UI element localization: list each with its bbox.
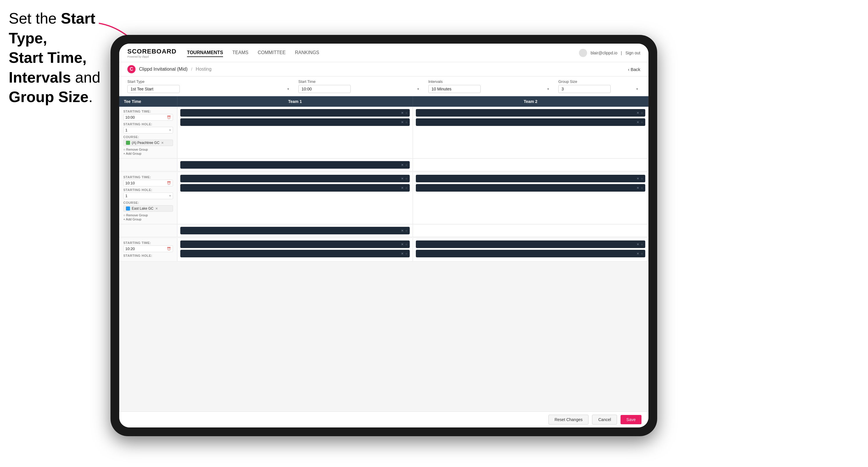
starting-hole-value-1: 1 ▾ — [123, 127, 173, 133]
start-time-label: Start Time — [298, 80, 421, 84]
slot-edit-extra-1[interactable]: ✕ — [401, 163, 404, 167]
hole-stepper-1[interactable]: ▾ — [169, 128, 171, 132]
th-team2: Team 2 — [413, 96, 648, 107]
course-remove-2[interactable]: ✕ — [155, 207, 158, 211]
cancel-button[interactable]: Cancel — [592, 415, 617, 425]
table-body: STARTING TIME: 10:00 ⏰ STARTING HOLE: 1 … — [119, 107, 648, 411]
player-slot-extra-1: ✕ ○ — [180, 161, 410, 169]
start-time-select[interactable]: 10:00 — [298, 85, 351, 93]
course-remove-1[interactable]: ✕ — [161, 141, 164, 145]
th-team1: Team 1 — [177, 96, 413, 107]
sign-out-link[interactable]: Sign out — [625, 51, 640, 55]
slot-actions-6-2: ✕ ○ — [637, 252, 643, 256]
group-size-wrapper: 3 — [558, 85, 640, 93]
starting-hole-value-2: 1 ▾ — [123, 192, 173, 199]
remove-group-1[interactable]: ○ Remove Group — [123, 148, 173, 151]
left-panel-extra-2 — [119, 224, 177, 237]
group-size-group: Group Size 3 — [558, 80, 640, 93]
slot-info-6-1[interactable]: ○ — [641, 243, 643, 246]
slot-info-4-1[interactable]: ○ — [641, 177, 643, 181]
team1-extra-1: ✕ ○ — [177, 159, 413, 171]
slot-actions-2-1: ✕ ○ — [637, 111, 643, 115]
slot-actions-extra-1: ✕ ○ — [401, 163, 407, 167]
slot-edit-5-2[interactable]: ✕ — [401, 252, 404, 256]
start-type-select[interactable]: 1st Tee Start — [127, 85, 180, 93]
time-stepper-2[interactable]: ⏰ — [167, 181, 171, 185]
slot-info-4-2[interactable]: ○ — [641, 186, 643, 190]
start-type-group: Start Type 1st Tee Start — [127, 80, 291, 93]
nav-link-rankings[interactable]: RANKINGS — [295, 49, 319, 57]
player-slot-4-2: ✕ ○ — [416, 184, 645, 192]
settings-row: Start Type 1st Tee Start Start Time 10:0… — [119, 76, 648, 96]
intervals-label: Intervals — [428, 80, 551, 84]
slot-edit-1-1[interactable]: ✕ — [401, 111, 404, 115]
slot-edit-6-1[interactable]: ✕ — [637, 243, 639, 246]
player-slot-5-2: ✕ ○ — [180, 250, 410, 257]
slot-info-2-2[interactable]: ○ — [641, 120, 643, 124]
slot-edit-4-2[interactable]: ✕ — [637, 186, 639, 190]
table-header: Tee Time Team 1 Team 2 — [119, 96, 648, 107]
team1-cell-1: ✕ ○ ✕ ○ — [177, 107, 413, 158]
slot-info-extra-1[interactable]: ○ — [405, 163, 407, 167]
slot-info-6-2[interactable]: ○ — [641, 252, 643, 256]
slot-info-5-1[interactable]: ○ — [405, 243, 407, 246]
save-button[interactable]: Save — [621, 415, 642, 424]
group-section-3: STARTING TIME: 10:20 ⏰ STARTING HOLE: ✕ — [119, 238, 648, 261]
nav-link-tournaments[interactable]: TOURNAMENTS — [187, 49, 223, 57]
slot-actions-extra-2: ✕ ○ — [401, 229, 407, 232]
starting-time-label-1: STARTING TIME: — [123, 110, 173, 113]
slot-info-2-1[interactable]: ○ — [641, 111, 643, 115]
instruction-line2: Start Time, — [9, 49, 87, 66]
slot-edit-6-2[interactable]: ✕ — [637, 252, 639, 256]
starting-time-value-3: 10:20 ⏰ — [123, 245, 173, 252]
starting-hole-label-1: STARTING HOLE: — [123, 122, 173, 126]
slot-info-1-1[interactable]: ○ — [405, 111, 407, 115]
slot-info-5-2[interactable]: ○ — [405, 252, 407, 256]
logo-text: SCOREBOARD — [127, 48, 177, 55]
intervals-select[interactable]: 10 Minutes — [428, 85, 481, 93]
course-name-1: (A) Peachtree GC — [132, 141, 159, 145]
content-area: Tee Time Team 1 Team 2 STARTING TIME: 10… — [119, 96, 648, 411]
starting-hole-label-2: STARTING HOLE: — [123, 188, 173, 192]
slot-edit-2-2[interactable]: ✕ — [637, 120, 639, 124]
group-size-select[interactable]: 3 — [558, 85, 611, 93]
slot-actions-2-2: ✕ ○ — [637, 120, 643, 124]
slot-info-3-2[interactable]: ○ — [405, 186, 407, 190]
slot-actions-1-1: ✕ ○ — [401, 111, 407, 115]
time-stepper-1[interactable]: ⏰ — [167, 116, 171, 119]
team1-extra-2: ✕ ○ — [177, 224, 413, 237]
nav-bar: SCOREBOARD Powered by clippd TOURNAMENTS… — [119, 43, 648, 62]
nav-link-teams[interactable]: TEAMS — [232, 49, 248, 57]
remove-group-2[interactable]: ○ Remove Group — [123, 213, 173, 217]
slot-actions-6-1: ✕ ○ — [637, 243, 643, 246]
course-icon-1 — [126, 141, 130, 145]
nav-link-committee[interactable]: COMMITTEE — [258, 49, 285, 57]
slot-edit-1-2[interactable]: ✕ — [401, 120, 404, 124]
reset-button[interactable]: Reset Changes — [549, 415, 589, 425]
player-slot-1-2: ✕ ○ — [180, 118, 410, 126]
group-row-3: STARTING TIME: 10:20 ⏰ STARTING HOLE: ✕ — [119, 238, 648, 261]
slot-edit-4-1[interactable]: ✕ — [637, 177, 639, 181]
back-button[interactable]: ‹ Back — [628, 67, 640, 72]
slot-edit-extra-2[interactable]: ✕ — [401, 229, 404, 232]
slot-edit-2-1[interactable]: ✕ — [637, 111, 639, 115]
starting-time-value-1: 10:00 ⏰ — [123, 114, 173, 121]
slot-edit-3-2[interactable]: ✕ — [401, 186, 404, 190]
hole-stepper-2[interactable]: ▾ — [169, 194, 171, 198]
time-stepper-3[interactable]: ⏰ — [167, 247, 171, 251]
add-group-1[interactable]: + Add Group — [123, 152, 173, 155]
slot-info-1-2[interactable]: ○ — [405, 120, 407, 124]
add-group-2[interactable]: + Add Group — [123, 218, 173, 221]
intervals-wrapper: 10 Minutes — [428, 85, 551, 93]
team1-cell-3: ✕ ○ ✕ ○ — [177, 238, 413, 261]
slot-edit-3-1[interactable]: ✕ — [401, 177, 404, 181]
slot-info-3-1[interactable]: ○ — [405, 177, 407, 181]
slot-info-extra-2[interactable]: ○ — [405, 229, 407, 232]
left-panel-1: STARTING TIME: 10:00 ⏰ STARTING HOLE: 1 … — [119, 107, 177, 158]
player-slot-1-1: ✕ ○ — [180, 109, 410, 117]
group-section-1: STARTING TIME: 10:00 ⏰ STARTING HOLE: 1 … — [119, 107, 648, 171]
player-slot-2-2: ✕ ○ — [416, 118, 645, 126]
course-label-2: COURSE: — [123, 201, 173, 205]
slot-edit-5-1[interactable]: ✕ — [401, 243, 404, 246]
team2-cell-1: ✕ ○ ✕ ○ — [413, 107, 648, 158]
